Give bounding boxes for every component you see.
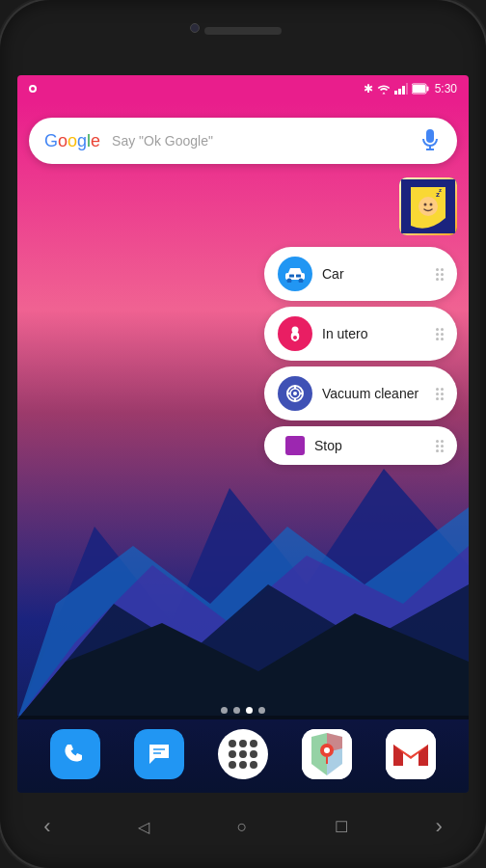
vacuum-label: Vacuum cleaner (322, 386, 436, 401)
stop-handle (436, 440, 444, 452)
status-left (29, 85, 37, 93)
svg-point-16 (418, 197, 438, 216)
signal-icon (394, 83, 408, 95)
page-dot-1 (221, 707, 228, 714)
inutero-icon (278, 316, 312, 351)
wallpaper: Google Say "Ok Google" (17, 102, 469, 793)
status-indicator (29, 85, 37, 93)
dock-messages-app[interactable] (134, 729, 184, 779)
inutero-handle (436, 328, 444, 340)
dock-phone-app[interactable] (50, 729, 100, 779)
svg-rect-6 (413, 85, 425, 93)
baby-sleep-widget[interactable]: z z (399, 177, 457, 235)
svg-rect-3 (406, 83, 408, 95)
dock-gmail-app[interactable] (386, 729, 436, 779)
svg-rect-1 (398, 89, 401, 95)
svg-rect-12 (426, 129, 434, 143)
search-hint: Say "Ok Google" (112, 133, 418, 149)
menu-item-car[interactable]: Car (264, 247, 457, 301)
apps-grid (229, 740, 257, 769)
status-bar: ✱ (17, 75, 469, 102)
dock-apps-button[interactable] (218, 729, 268, 779)
svg-point-30 (293, 392, 297, 395)
svg-rect-24 (289, 275, 294, 278)
recents-button[interactable]: ☐ (335, 818, 348, 836)
camera (190, 23, 200, 33)
car-handle (436, 268, 444, 281)
svg-point-39 (324, 747, 330, 753)
page-dot-4 (258, 707, 265, 714)
baby-widget-content: z z (399, 177, 457, 235)
svg-point-27 (293, 336, 297, 339)
popup-menu: Car In u (264, 247, 457, 471)
car-label: Car (322, 266, 436, 282)
svg-rect-5 (426, 87, 428, 92)
back-button[interactable]: ‹ (43, 814, 50, 839)
page-dot-3 (246, 707, 253, 714)
app-dock (17, 716, 469, 793)
speaker (204, 27, 282, 35)
svg-rect-25 (296, 275, 301, 278)
svg-rect-0 (394, 91, 397, 95)
menu-item-stop[interactable]: Stop (264, 426, 457, 465)
svg-point-18 (430, 203, 433, 206)
status-right: ✱ (364, 82, 457, 95)
menu-item-inutero[interactable]: In utero (264, 307, 457, 361)
svg-rect-2 (402, 86, 405, 95)
phone-navigation: ‹ ◁ ○ ☐ › (0, 793, 486, 860)
vacuum-handle (436, 388, 444, 400)
page-dot-2 (233, 707, 240, 714)
wifi-icon (377, 83, 391, 95)
car-icon (278, 257, 312, 291)
bluetooth-icon: ✱ (364, 82, 373, 95)
back-triangle-button[interactable]: ◁ (138, 818, 149, 836)
stop-icon (285, 436, 305, 455)
dock-maps-app[interactable] (302, 729, 352, 779)
battery-icon (412, 83, 429, 95)
svg-rect-41 (386, 729, 436, 779)
vacuum-icon (278, 376, 312, 411)
page-indicator (17, 707, 469, 714)
svg-point-17 (424, 203, 427, 206)
inutero-label: In utero (322, 326, 436, 341)
microphone-icon[interactable] (418, 129, 442, 152)
svg-text:z: z (439, 187, 442, 193)
phone-frame: ✱ (0, 0, 486, 868)
search-bar[interactable]: Google Say "Ok Google" (29, 118, 457, 164)
google-logo: Google (44, 131, 100, 151)
home-button[interactable]: ○ (237, 817, 248, 837)
stop-label: Stop (314, 438, 436, 453)
menu-item-vacuum[interactable]: Vacuum cleaner (264, 366, 457, 420)
forward-button[interactable]: › (435, 814, 442, 839)
phone-screen: ✱ (17, 75, 469, 793)
time-display: 5:30 (435, 82, 457, 95)
